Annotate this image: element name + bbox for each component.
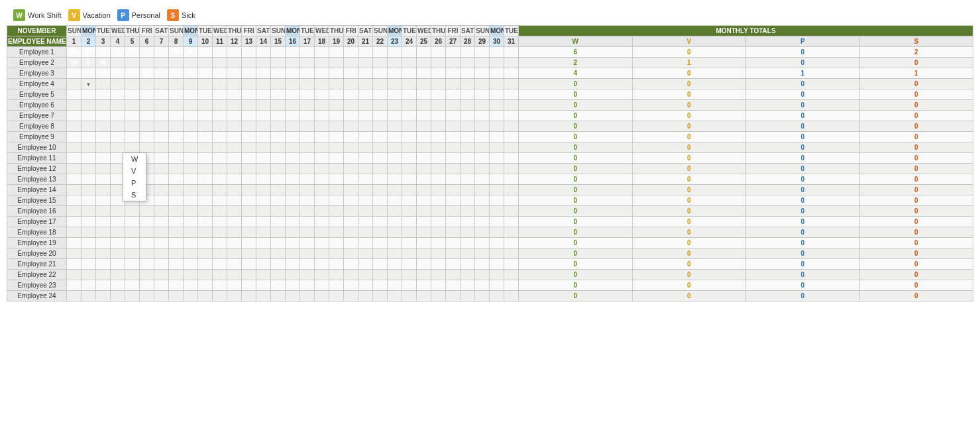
day-cell-23[interactable] [388,121,402,132]
day-cell-4[interactable] [111,248,125,259]
day-cell-15[interactable] [271,79,286,89]
day-cell-18[interactable] [315,259,329,270]
day-cell-7[interactable] [154,47,169,58]
day-cell-11[interactable] [213,153,227,164]
day-cell-25[interactable] [417,121,431,132]
day-cell-13[interactable] [242,280,256,291]
day-cell-4[interactable] [111,227,125,238]
day-cell-4[interactable] [111,89,125,100]
day-cell-24[interactable] [402,238,417,248]
day-cell-24[interactable] [402,89,417,100]
day-cell-23[interactable] [388,185,402,195]
day-cell-29[interactable] [475,153,490,164]
day-cell-16[interactable] [286,153,300,164]
day-cell-7[interactable] [154,259,169,270]
day-cell-2[interactable] [82,111,96,121]
day-cell-16[interactable] [286,142,300,153]
day-cell-19[interactable] [329,100,344,111]
day-cell-12[interactable] [227,227,242,238]
day-cell-18[interactable] [315,227,329,238]
day-cell-29[interactable] [475,227,490,238]
day-cell-1[interactable] [67,195,82,206]
day-cell-10[interactable] [198,291,213,301]
day-cell-19[interactable] [329,174,344,185]
day-cell-9[interactable] [184,248,198,259]
day-cell-22[interactable] [373,89,388,100]
day-cell-29[interactable] [475,164,490,174]
day-cell-13[interactable] [242,142,256,153]
day-cell-8[interactable] [169,132,184,142]
day-cell-12[interactable] [227,89,242,100]
day-cell-1[interactable] [67,142,82,153]
day-cell-12[interactable] [227,68,242,79]
day-cell-5[interactable] [125,280,140,291]
day-cell-7[interactable] [154,153,169,164]
day-cell-2[interactable] [82,185,96,195]
day-cell-28[interactable] [461,121,475,132]
day-cell-24[interactable] [402,121,417,132]
day-cell-8[interactable]: W [169,47,184,58]
day-cell-5[interactable] [125,89,140,100]
day-cell-10[interactable] [198,142,213,153]
day-cell-19[interactable] [329,89,344,100]
day-cell-17[interactable] [300,227,315,238]
day-cell-31[interactable] [504,280,519,291]
day-cell-14[interactable] [256,142,271,153]
day-cell-1[interactable] [67,153,82,164]
day-cell-23[interactable] [388,259,402,270]
day-cell-8[interactable] [169,58,184,68]
day-cell-24[interactable] [402,185,417,195]
day-cell-27[interactable] [446,111,461,121]
day-cell-7[interactable] [154,248,169,259]
day-cell-9[interactable] [184,164,198,174]
day-cell-24[interactable] [402,142,417,153]
day-cell-11[interactable] [213,79,227,89]
day-cell-21[interactable] [358,132,373,142]
day-cell-5[interactable]: W [125,68,140,79]
day-cell-6[interactable] [140,121,154,132]
day-cell-26[interactable] [431,206,446,217]
day-cell-7[interactable] [154,206,169,217]
day-cell-16[interactable] [286,174,300,185]
day-cell-31[interactable] [504,132,519,142]
day-cell-28[interactable] [461,227,475,238]
day-cell-12[interactable] [227,174,242,185]
day-cell-19[interactable] [329,238,344,248]
day-cell-17[interactable] [300,259,315,270]
day-cell-14[interactable] [256,164,271,174]
day-cell-13[interactable] [242,185,256,195]
day-cell-30[interactable] [490,248,504,259]
day-cell-17[interactable] [300,100,315,111]
day-cell-12[interactable] [227,100,242,111]
day-cell-30[interactable] [490,142,504,153]
day-cell-11[interactable] [213,111,227,121]
day-cell-14[interactable] [256,58,271,68]
day-cell-25[interactable] [417,47,431,58]
day-cell-27[interactable] [446,79,461,89]
day-cell-1[interactable] [67,185,82,195]
day-cell-28[interactable] [461,206,475,217]
day-cell-16[interactable] [286,89,300,100]
day-cell-21[interactable] [358,142,373,153]
day-cell-26[interactable] [431,79,446,89]
day-cell-29[interactable] [475,121,490,132]
day-cell-27[interactable] [446,47,461,58]
day-cell-26[interactable] [431,100,446,111]
day-cell-21[interactable] [358,174,373,185]
day-cell-27[interactable] [446,68,461,79]
day-cell-22[interactable] [373,259,388,270]
day-cell-18[interactable] [315,185,329,195]
day-cell-11[interactable] [213,68,227,79]
day-cell-20[interactable] [344,89,358,100]
day-cell-9[interactable] [184,153,198,164]
day-cell-20[interactable] [344,174,358,185]
day-cell-25[interactable] [417,259,431,270]
day-cell-13[interactable] [242,100,256,111]
day-cell-1[interactable] [67,227,82,238]
day-cell-16[interactable] [286,79,300,89]
day-cell-10[interactable] [198,132,213,142]
day-cell-16[interactable] [286,248,300,259]
day-cell-18[interactable] [315,58,329,68]
day-cell-8[interactable] [169,68,184,79]
day-cell-28[interactable] [461,185,475,195]
